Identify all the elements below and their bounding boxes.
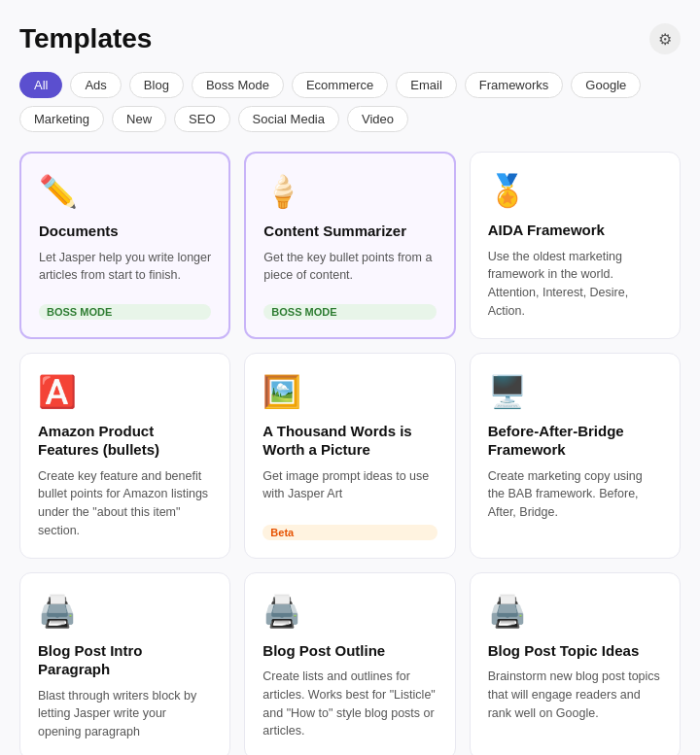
filter-chip-new[interactable]: New	[112, 106, 166, 132]
filter-chip-email[interactable]: Email	[396, 72, 457, 98]
settings-icon: ⚙	[658, 30, 672, 49]
template-desc-documents: Let Jasper help you write longer article…	[39, 249, 211, 292]
page-header: Templates ⚙	[19, 23, 681, 54]
template-card-content-summarizer[interactable]: 🍦Content SummarizerGet the key bullet po…	[244, 152, 455, 339]
templates-grid: ✏️DocumentsLet Jasper help you write lon…	[19, 152, 681, 755]
template-card-documents[interactable]: ✏️DocumentsLet Jasper help you write lon…	[19, 152, 230, 339]
filter-bar: AllAdsBlogBoss ModeEcommerceEmailFramewo…	[19, 72, 681, 132]
page-title: Templates	[19, 23, 152, 54]
template-title-documents: Documents	[39, 222, 211, 241]
filter-chip-social-media[interactable]: Social Media	[238, 106, 339, 132]
template-icon-amazon-product-features: 🅰️	[38, 373, 212, 410]
template-icon-blog-post-topic-ideas: 🖨️	[488, 593, 662, 630]
template-icon-aida-framework: 🏅	[488, 172, 662, 209]
template-title-amazon-product-features: Amazon Product Features (bullets)	[38, 422, 212, 460]
template-desc-aida-framework: Use the oldest marketing framework in th…	[488, 248, 662, 321]
template-badge-content-summarizer: BOSS MODE	[263, 304, 436, 320]
template-title-blog-post-outline: Blog Post Outline	[262, 641, 437, 661]
template-title-blog-post-intro: Blog Post Intro Paragraph	[38, 641, 212, 679]
template-card-blog-post-outline[interactable]: 🖨️Blog Post OutlineCreate lists and outl…	[244, 572, 455, 756]
template-desc-blog-post-topic-ideas: Brainstorm new blog post topics that wil…	[488, 668, 662, 741]
template-desc-content-summarizer: Get the key bullet points from a piece o…	[263, 249, 436, 292]
filter-chip-video[interactable]: Video	[347, 106, 408, 132]
template-icon-blog-post-outline: 🖨️	[262, 593, 437, 630]
template-desc-blog-post-outline: Create lists and outlines for articles. …	[262, 668, 437, 741]
filter-chip-google[interactable]: Google	[571, 72, 641, 98]
template-card-blog-post-topic-ideas[interactable]: 🖨️Blog Post Topic IdeasBrainstorm new bl…	[470, 572, 681, 756]
filter-chip-frameworks[interactable]: Frameworks	[465, 72, 564, 98]
template-icon-thousand-words: 🖼️	[262, 373, 437, 410]
filter-chip-ecommerce[interactable]: Ecommerce	[292, 72, 388, 98]
template-card-before-after-bridge[interactable]: 🖥️Before-After-Bridge FrameworkCreate ma…	[470, 353, 681, 559]
settings-button[interactable]: ⚙	[649, 23, 681, 54]
template-icon-content-summarizer: 🍦	[263, 173, 436, 210]
filter-chip-seo[interactable]: SEO	[174, 106, 229, 132]
template-badge-documents: BOSS MODE	[39, 304, 211, 320]
template-card-blog-post-intro[interactable]: 🖨️Blog Post Intro ParagraphBlast through…	[19, 572, 230, 756]
template-card-amazon-product-features[interactable]: 🅰️Amazon Product Features (bullets)Creat…	[19, 353, 230, 559]
template-desc-blog-post-intro: Blast through writers block by letting J…	[38, 687, 212, 741]
template-title-blog-post-topic-ideas: Blog Post Topic Ideas	[488, 641, 662, 661]
filter-chip-blog[interactable]: Blog	[129, 72, 184, 98]
template-title-thousand-words: A Thousand Words is Worth a Picture	[262, 422, 437, 460]
template-desc-amazon-product-features: Create key feature and benefit bullet po…	[38, 467, 212, 540]
template-desc-thousand-words: Get image prompt ideas to use with Jaspe…	[262, 467, 437, 513]
template-card-aida-framework[interactable]: 🏅AIDA FrameworkUse the oldest marketing …	[470, 152, 681, 339]
template-icon-before-after-bridge: 🖥️	[488, 373, 662, 410]
template-title-aida-framework: AIDA Framework	[488, 221, 662, 240]
filter-chip-all[interactable]: All	[19, 72, 62, 98]
template-card-thousand-words[interactable]: 🖼️A Thousand Words is Worth a PictureGet…	[244, 353, 455, 559]
filter-chip-marketing[interactable]: Marketing	[19, 106, 104, 132]
template-title-before-after-bridge: Before-After-Bridge Framework	[488, 422, 662, 460]
filter-chip-ads[interactable]: Ads	[70, 72, 121, 98]
template-badge-thousand-words: Beta	[262, 525, 437, 540]
filter-chip-boss-mode[interactable]: Boss Mode	[192, 72, 284, 98]
page-container: Templates ⚙ AllAdsBlogBoss ModeEcommerce…	[0, 0, 700, 755]
template-icon-documents: ✏️	[39, 173, 211, 210]
template-title-content-summarizer: Content Summarizer	[263, 222, 436, 241]
template-desc-before-after-bridge: Create marketing copy using the BAB fram…	[488, 467, 662, 540]
template-icon-blog-post-intro: 🖨️	[38, 593, 212, 630]
